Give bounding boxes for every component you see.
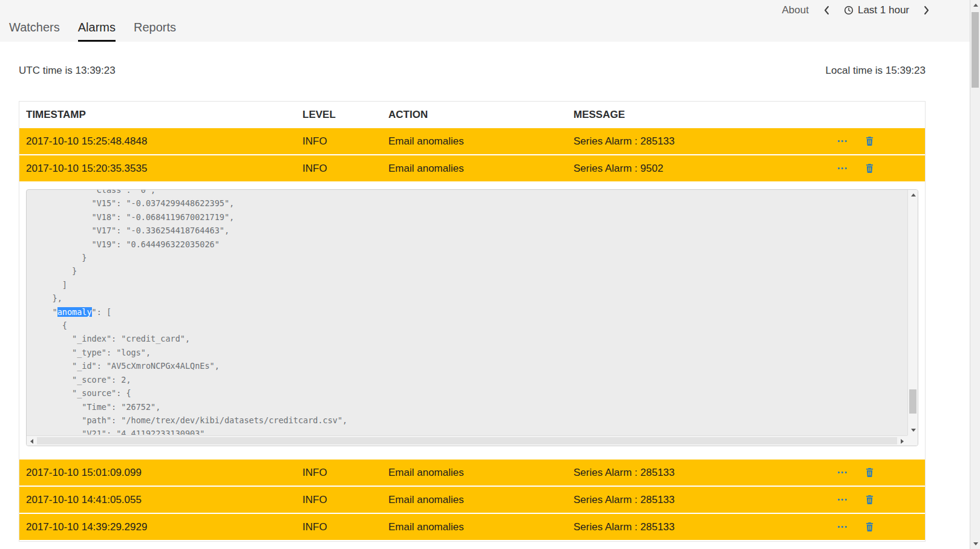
alarm-details-button[interactable]: ••• xyxy=(829,469,856,476)
time-range-next-button[interactable] xyxy=(924,5,930,15)
delete-alarm-button[interactable] xyxy=(856,137,883,146)
json-content[interactable]: "Class": "0", "V15": "-0.037429944862239… xyxy=(27,190,907,435)
trash-icon xyxy=(866,137,874,146)
ellipsis-icon: ••• xyxy=(837,469,848,476)
alarm-details-button[interactable]: ••• xyxy=(829,524,856,530)
chevron-left-icon xyxy=(823,5,829,15)
json-line-with-selection: "anomaly": [ xyxy=(33,305,907,319)
json-line: } xyxy=(33,264,907,278)
alarm-row[interactable]: 2017-10-10 15:25:48.4848 INFO Email anom… xyxy=(19,128,925,155)
trash-icon xyxy=(866,468,874,477)
trash-icon xyxy=(866,164,874,173)
alarm-timestamp: 2017-10-10 15:01:09.099 xyxy=(26,467,302,479)
alarm-action: Email anomalies xyxy=(388,521,573,533)
alarm-action: Email anomalies xyxy=(388,163,573,175)
json-line: "V17": "-0.336254418764463", xyxy=(33,224,907,237)
alarm-detail-json-viewer[interactable]: "Class": "0", "V15": "-0.037429944862239… xyxy=(26,189,918,446)
page-vertical-scrollbar[interactable] xyxy=(970,0,980,549)
page-scroll-up-button[interactable] xyxy=(970,0,980,10)
alarm-row[interactable]: 2017-10-10 14:41:05.055 INFO Email anoma… xyxy=(19,487,925,514)
json-line: }, xyxy=(33,291,907,305)
alarm-message: Series Alarm : 285133 xyxy=(573,494,829,506)
about-link[interactable]: About xyxy=(782,4,809,16)
alarm-message: Series Alarm : 285133 xyxy=(573,521,829,533)
page-scroll-down-button[interactable] xyxy=(970,539,980,549)
json-line: "path": "/home/trex/dev/kibi/datasets/cr… xyxy=(33,414,907,427)
vertical-scroll-thumb[interactable] xyxy=(909,389,916,414)
ellipsis-icon: ••• xyxy=(837,138,848,145)
json-vertical-scrollbar[interactable] xyxy=(907,190,918,435)
alarm-message: Series Alarm : 285133 xyxy=(573,467,829,479)
json-line: "_id": "AV5cXmroNCPGx4ALQnEs", xyxy=(33,359,907,372)
topbar-controls: About Last 1 hour xyxy=(782,4,930,16)
column-header-action: ACTION xyxy=(388,109,573,121)
delete-alarm-button[interactable] xyxy=(856,522,883,531)
delete-alarm-button[interactable] xyxy=(856,468,883,477)
tab-alarms[interactable]: Alarms xyxy=(78,21,116,42)
trash-icon xyxy=(866,495,874,504)
alarm-level: INFO xyxy=(302,494,388,506)
json-line: "_index": "credit_card", xyxy=(33,332,907,345)
table-header-row: TIMESTAMP LEVEL ACTION MESSAGE xyxy=(19,102,925,128)
local-time-label: Local time is 15:39:23 xyxy=(826,65,926,77)
tab-reports[interactable]: Reports xyxy=(134,21,176,42)
json-line: } xyxy=(33,251,907,264)
alarm-level: INFO xyxy=(302,135,388,148)
alarm-level: INFO xyxy=(302,467,388,479)
chevron-right-icon xyxy=(924,5,930,15)
scroll-left-button[interactable] xyxy=(27,436,37,446)
selection-highlight: anomaly xyxy=(57,307,92,317)
scroll-up-button[interactable] xyxy=(908,190,918,200)
scroll-down-button[interactable] xyxy=(908,425,918,435)
json-line: "Time": "26752", xyxy=(33,400,907,414)
time-range-label: Last 1 hour xyxy=(858,4,909,16)
alarms-table: TIMESTAMP LEVEL ACTION MESSAGE 2017-10-1… xyxy=(19,101,926,542)
json-line: "_score": 2, xyxy=(33,373,907,386)
ellipsis-icon: ••• xyxy=(837,524,848,530)
time-range-button[interactable]: Last 1 hour xyxy=(844,4,909,16)
alarm-timestamp: 2017-10-10 15:25:48.4848 xyxy=(26,135,302,148)
horizontal-scroll-thumb[interactable] xyxy=(37,437,897,444)
page-scroll-thumb[interactable] xyxy=(972,12,979,88)
column-header-level: LEVEL xyxy=(302,109,388,121)
utc-time-label: UTC time is 13:39:23 xyxy=(19,65,116,77)
main-tabs: Watchers Alarms Reports xyxy=(9,21,194,42)
ellipsis-icon: ••• xyxy=(837,165,848,172)
json-line: "_type": "logs", xyxy=(33,346,907,359)
alarm-action: Email anomalies xyxy=(388,467,573,479)
alarm-details-button[interactable]: ••• xyxy=(829,165,856,172)
alarm-message: Series Alarm : 9502 xyxy=(573,163,829,175)
json-line: ] xyxy=(33,278,907,291)
alarm-action: Email anomalies xyxy=(388,494,573,506)
trash-icon xyxy=(866,522,874,531)
json-line: "Class": "0", xyxy=(33,190,907,197)
json-line: "V21": "4.41192233130903", xyxy=(33,427,907,435)
alarm-level: INFO xyxy=(302,163,388,175)
alarm-row[interactable]: 2017-10-10 14:39:29.2929 INFO Email anom… xyxy=(19,514,925,541)
alarm-detail-expanded-area: "Class": "0", "V15": "-0.037429944862239… xyxy=(19,183,925,460)
tab-watchers[interactable]: Watchers xyxy=(9,21,60,42)
delete-alarm-button[interactable] xyxy=(856,164,883,173)
json-line: "_source": { xyxy=(33,386,907,400)
json-line: { xyxy=(33,319,907,332)
delete-alarm-button[interactable] xyxy=(856,495,883,504)
time-range-prev-button[interactable] xyxy=(823,5,829,15)
column-header-timestamp: TIMESTAMP xyxy=(26,109,302,121)
alarm-details-button[interactable]: ••• xyxy=(829,496,856,503)
clock-icon xyxy=(844,5,854,15)
top-navigation-bar: About Last 1 hour Watchers Alarms Report… xyxy=(0,0,970,42)
scrollbar-corner xyxy=(907,435,918,446)
scroll-right-button[interactable] xyxy=(897,436,907,446)
json-line: "V15": "-0.0374299448622395", xyxy=(33,197,907,210)
alarm-message: Series Alarm : 285133 xyxy=(573,135,829,148)
alarm-row[interactable]: 2017-10-10 15:01:09.099 INFO Email anoma… xyxy=(19,460,925,487)
json-horizontal-scrollbar[interactable] xyxy=(27,435,907,446)
alarm-level: INFO xyxy=(302,521,388,533)
column-header-message: MESSAGE xyxy=(573,109,829,121)
alarm-timestamp: 2017-10-10 14:39:29.2929 xyxy=(26,521,302,533)
alarm-details-button[interactable]: ••• xyxy=(829,138,856,145)
alarm-timestamp: 2017-10-10 15:20:35.3535 xyxy=(26,163,302,175)
time-info-row: UTC time is 13:39:23 Local time is 15:39… xyxy=(19,65,926,77)
alarm-row[interactable]: 2017-10-10 15:20:35.3535 INFO Email anom… xyxy=(19,155,925,183)
json-line: "V19": "0.644496322035026" xyxy=(33,238,907,251)
